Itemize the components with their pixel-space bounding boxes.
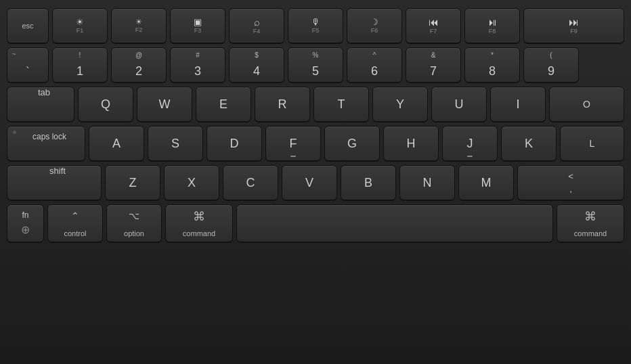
key-f8[interactable]: ⏯ F8 [464,8,520,43]
f-label: F [290,137,297,150]
key-y[interactable]: Y [372,87,428,122]
key-w[interactable]: W [137,87,192,122]
a-label: A [112,137,121,150]
f7-label: F7 [430,28,437,35]
asdf-row: caps lock A S D F G H J K L [7,126,624,161]
comma-label: , [569,184,572,194]
key-1-main: 1 [77,65,83,77]
key-caps-lock[interactable]: caps lock [7,126,85,161]
key-tab[interactable]: tab [7,87,74,122]
key-2[interactable]: @ 2 [111,47,167,83]
key-shift-left[interactable]: shift [7,165,102,200]
u-label: U [455,98,464,110]
t-label: T [338,98,345,110]
key-f2[interactable]: ☀ F2 [111,8,167,43]
key-f3[interactable]: ▣ F3 [170,8,225,43]
option-icon: ⌥ [129,210,139,221]
key-8-top: * [491,52,494,59]
key-4[interactable]: $ 4 [229,47,284,83]
key-7[interactable]: & 7 [406,47,461,83]
key-z[interactable]: Z [105,165,160,200]
key-fn[interactable]: fn ⊕ [7,204,44,242]
key-b[interactable]: B [341,165,396,200]
key-d[interactable]: D [206,126,262,161]
c-label: C [246,177,255,189]
key-l[interactable]: L [560,126,624,161]
key-esc[interactable]: esc [7,8,49,43]
key-backtick[interactable]: ~ ` [7,47,49,83]
key-3[interactable]: # 3 [170,47,225,83]
key-t[interactable]: T [313,87,369,122]
command-left-label: command [183,229,215,237]
key-i[interactable]: I [490,87,546,122]
z-label: Z [129,177,137,189]
f4-icon: ⌕ [254,17,260,27]
key-9-main: 9 [548,65,554,77]
j-bump [467,156,473,157]
key-4-main: 4 [253,65,260,77]
key-m[interactable]: M [458,165,514,200]
key-7-top: & [431,52,436,59]
f8-label: F8 [489,28,496,35]
f-bump [290,156,296,157]
m-label: M [481,177,492,189]
key-a[interactable]: A [89,126,144,161]
key-k[interactable]: K [501,126,557,161]
key-j[interactable]: J [442,126,498,161]
key-e[interactable]: E [196,87,251,122]
bottom-row: fn ⊕ ⌃ control ⌥ option ⌘ command ⌘ comm… [7,204,624,242]
qwerty-row: tab Q W E R T Y U I O [7,87,624,122]
key-g[interactable]: G [324,126,380,161]
i-label: I [516,98,519,110]
fn-label: fn [22,210,28,220]
x-label: X [188,177,196,189]
key-o[interactable]: O [549,87,624,122]
key-1[interactable]: ! 1 [52,47,108,83]
key-c[interactable]: C [223,165,278,200]
key-s[interactable]: S [148,126,203,161]
key-command-right[interactable]: ⌘ command [557,204,624,242]
key-h[interactable]: H [383,126,439,161]
key-6[interactable]: ^ 6 [347,47,402,83]
key-f[interactable]: F [265,126,321,161]
key-8[interactable]: * 8 [464,47,520,83]
control-icon: ⌃ [71,210,79,221]
key-option[interactable]: ⌥ option [106,204,162,242]
command-left-icon: ⌘ [193,209,205,224]
command-right-label: command [574,229,607,237]
s-label: S [171,137,179,150]
key-u[interactable]: U [431,87,487,122]
key-6-main: 6 [371,65,378,77]
f9-icon: ⏭ [569,17,579,27]
key-f5[interactable]: 🎙 F5 [288,8,343,43]
key-space[interactable] [236,204,553,242]
l-label: L [590,139,595,148]
key-n[interactable]: N [399,165,455,200]
key-q[interactable]: Q [78,87,133,122]
key-f1[interactable]: ☀ F1 [52,8,108,43]
f1-label: F1 [77,27,84,34]
key-f4[interactable]: ⌕ F4 [229,8,284,43]
key-9[interactable]: ( 9 [523,47,579,83]
e-label: E [219,98,227,110]
key-8-main: 8 [489,65,496,77]
key-f9[interactable]: ⏭ F9 [523,8,624,43]
key-v[interactable]: V [282,165,337,200]
key-control[interactable]: ⌃ control [47,204,103,242]
y-label: Y [396,98,404,110]
key-f6[interactable]: ☽ F6 [347,8,402,43]
key-5-top: % [313,52,319,59]
option-label: option [124,229,144,237]
key-x[interactable]: X [164,165,219,200]
backtick-bot: ` [26,66,29,77]
key-comma[interactable]: < , [517,165,624,200]
f7-icon: ⏮ [429,17,439,27]
key-1-top: ! [79,52,81,59]
key-2-main: 2 [135,65,142,77]
key-f7[interactable]: ⏮ F7 [406,8,461,43]
h-label: H [407,137,416,150]
key-5[interactable]: % 5 [288,47,343,83]
key-command-left[interactable]: ⌘ command [165,204,233,242]
lt-top: < [568,171,573,181]
key-r[interactable]: R [255,87,310,122]
